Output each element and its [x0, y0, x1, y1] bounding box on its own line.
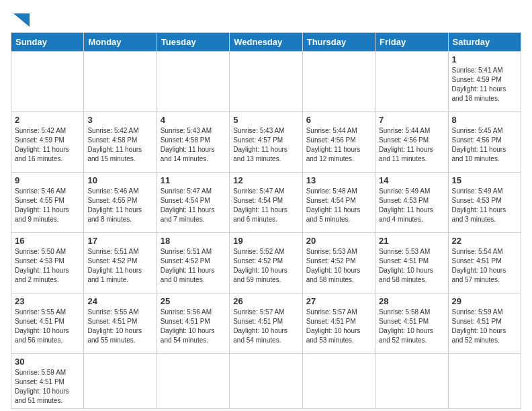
- day-info: Sunrise: 5:43 AMSunset: 4:58 PMDaylight:…: [161, 126, 226, 164]
- day-info: Sunrise: 5:49 AMSunset: 4:53 PMDaylight:…: [452, 187, 517, 224]
- day-of-week-header: Monday: [84, 33, 157, 52]
- calendar-cell: 4Sunrise: 5:43 AMSunset: 4:58 PMDaylight…: [157, 112, 229, 173]
- day-number: 18: [161, 236, 226, 246]
- calendar-cell: 7Sunrise: 5:44 AMSunset: 4:56 PMDaylight…: [375, 112, 448, 173]
- day-info: Sunrise: 5:53 AMSunset: 4:52 PMDaylight:…: [306, 247, 371, 285]
- day-of-week-header: Friday: [375, 33, 448, 52]
- day-info: Sunrise: 5:51 AMSunset: 4:52 PMDaylight:…: [87, 247, 152, 285]
- logo-triangle-icon: [13, 13, 30, 27]
- day-info: Sunrise: 5:46 AMSunset: 4:55 PMDaylight:…: [15, 187, 80, 224]
- day-number: 9: [15, 175, 80, 185]
- calendar-cell: 15Sunrise: 5:49 AMSunset: 4:53 PMDayligh…: [448, 173, 521, 233]
- day-info: Sunrise: 5:47 AMSunset: 4:54 PMDaylight:…: [161, 187, 226, 224]
- day-number: 16: [15, 236, 80, 246]
- day-number: 3: [87, 115, 152, 125]
- calendar-week-row: 1Sunrise: 5:41 AMSunset: 4:59 PMDaylight…: [11, 52, 521, 112]
- day-number: 25: [161, 296, 226, 306]
- calendar-cell: [448, 354, 521, 409]
- calendar-cell: 18Sunrise: 5:51 AMSunset: 4:52 PMDayligh…: [157, 233, 229, 293]
- day-number: 24: [87, 296, 152, 306]
- day-info: Sunrise: 5:57 AMSunset: 4:51 PMDaylight:…: [306, 308, 371, 345]
- day-info: Sunrise: 5:55 AMSunset: 4:51 PMDaylight:…: [87, 308, 152, 345]
- day-number: 10: [87, 175, 152, 185]
- day-info: Sunrise: 5:53 AMSunset: 4:51 PMDaylight:…: [379, 247, 444, 285]
- day-number: 28: [379, 296, 444, 306]
- calendar-cell: 17Sunrise: 5:51 AMSunset: 4:52 PMDayligh…: [84, 233, 157, 293]
- day-number: 26: [233, 296, 298, 306]
- day-number: 17: [87, 236, 152, 246]
- day-number: 23: [15, 296, 80, 306]
- calendar-cell: 14Sunrise: 5:49 AMSunset: 4:53 PMDayligh…: [375, 173, 448, 233]
- calendar-cell: 24Sunrise: 5:55 AMSunset: 4:51 PMDayligh…: [84, 293, 157, 354]
- day-info: Sunrise: 5:54 AMSunset: 4:51 PMDaylight:…: [452, 247, 517, 285]
- day-of-week-header: Sunday: [11, 33, 84, 52]
- day-number: 21: [379, 236, 444, 246]
- day-info: Sunrise: 5:55 AMSunset: 4:51 PMDaylight:…: [15, 308, 80, 345]
- day-number: 5: [233, 115, 298, 125]
- day-info: Sunrise: 5:49 AMSunset: 4:53 PMDaylight:…: [379, 187, 444, 224]
- calendar-cell: [230, 52, 302, 112]
- calendar-cell: [375, 52, 448, 112]
- calendar-week-row: 16Sunrise: 5:50 AMSunset: 4:53 PMDayligh…: [11, 233, 521, 293]
- day-info: Sunrise: 5:47 AMSunset: 4:54 PMDaylight:…: [233, 187, 298, 224]
- day-number: 6: [306, 115, 371, 125]
- calendar-cell: [302, 52, 375, 112]
- calendar-cell: [84, 52, 157, 112]
- day-number: 29: [452, 296, 517, 306]
- day-info: Sunrise: 5:43 AMSunset: 4:57 PMDaylight:…: [233, 126, 298, 164]
- calendar-week-row: 30Sunrise: 5:59 AMSunset: 4:51 PMDayligh…: [11, 354, 521, 409]
- calendar-week-row: 23Sunrise: 5:55 AMSunset: 4:51 PMDayligh…: [11, 293, 521, 354]
- day-of-week-header: Saturday: [448, 33, 521, 52]
- calendar-cell: 23Sunrise: 5:55 AMSunset: 4:51 PMDayligh…: [11, 293, 84, 354]
- day-info: Sunrise: 5:44 AMSunset: 4:56 PMDaylight:…: [306, 126, 371, 164]
- day-number: 30: [15, 357, 80, 367]
- calendar-cell: 30Sunrise: 5:59 AMSunset: 4:51 PMDayligh…: [11, 354, 84, 409]
- day-of-week-header: Thursday: [302, 33, 375, 52]
- day-number: 12: [233, 175, 298, 185]
- calendar-cell: 26Sunrise: 5:57 AMSunset: 4:51 PMDayligh…: [230, 293, 302, 354]
- calendar-cell: [375, 354, 448, 409]
- calendar-cell: [84, 354, 157, 409]
- day-info: Sunrise: 5:41 AMSunset: 4:59 PMDaylight:…: [452, 66, 517, 103]
- calendar-cell: 8Sunrise: 5:45 AMSunset: 4:56 PMDaylight…: [448, 112, 521, 173]
- calendar-cell: 12Sunrise: 5:47 AMSunset: 4:54 PMDayligh…: [230, 173, 302, 233]
- day-info: Sunrise: 5:42 AMSunset: 4:58 PMDaylight:…: [87, 126, 152, 164]
- day-info: Sunrise: 5:59 AMSunset: 4:51 PMDaylight:…: [15, 368, 80, 406]
- calendar-cell: 20Sunrise: 5:53 AMSunset: 4:52 PMDayligh…: [302, 233, 375, 293]
- day-info: Sunrise: 5:57 AMSunset: 4:51 PMDaylight:…: [233, 308, 298, 345]
- day-info: Sunrise: 5:59 AMSunset: 4:51 PMDaylight:…: [452, 308, 517, 345]
- calendar-cell: 3Sunrise: 5:42 AMSunset: 4:58 PMDaylight…: [84, 112, 157, 173]
- day-number: 27: [306, 296, 371, 306]
- calendar-cell: 11Sunrise: 5:47 AMSunset: 4:54 PMDayligh…: [157, 173, 229, 233]
- day-of-week-header: Wednesday: [230, 33, 302, 52]
- day-number: 11: [161, 175, 226, 185]
- calendar-week-row: 2Sunrise: 5:42 AMSunset: 4:59 PMDaylight…: [11, 112, 521, 173]
- day-number: 22: [452, 236, 517, 246]
- day-info: Sunrise: 5:48 AMSunset: 4:54 PMDaylight:…: [306, 187, 371, 224]
- calendar-cell: 27Sunrise: 5:57 AMSunset: 4:51 PMDayligh…: [302, 293, 375, 354]
- calendar-week-row: 9Sunrise: 5:46 AMSunset: 4:55 PMDaylight…: [11, 173, 521, 233]
- day-info: Sunrise: 5:46 AMSunset: 4:55 PMDaylight:…: [87, 187, 152, 224]
- calendar-cell: 25Sunrise: 5:56 AMSunset: 4:51 PMDayligh…: [157, 293, 229, 354]
- svg-marker-0: [13, 13, 30, 27]
- calendar-header-row: SundayMondayTuesdayWednesdayThursdayFrid…: [11, 33, 521, 52]
- day-info: Sunrise: 5:44 AMSunset: 4:56 PMDaylight:…: [379, 126, 444, 164]
- calendar-cell: 2Sunrise: 5:42 AMSunset: 4:59 PMDaylight…: [11, 112, 84, 173]
- calendar-cell: 6Sunrise: 5:44 AMSunset: 4:56 PMDaylight…: [302, 112, 375, 173]
- day-info: Sunrise: 5:56 AMSunset: 4:51 PMDaylight:…: [161, 308, 226, 345]
- logo: [11, 11, 30, 27]
- calendar-cell: 10Sunrise: 5:46 AMSunset: 4:55 PMDayligh…: [84, 173, 157, 233]
- calendar-cell: 29Sunrise: 5:59 AMSunset: 4:51 PMDayligh…: [448, 293, 521, 354]
- header: [11, 11, 521, 27]
- calendar-cell: [230, 354, 302, 409]
- day-info: Sunrise: 5:50 AMSunset: 4:53 PMDaylight:…: [15, 247, 80, 285]
- day-number: 4: [161, 115, 226, 125]
- day-info: Sunrise: 5:42 AMSunset: 4:59 PMDaylight:…: [15, 126, 80, 164]
- calendar-cell: 21Sunrise: 5:53 AMSunset: 4:51 PMDayligh…: [375, 233, 448, 293]
- calendar-cell: 5Sunrise: 5:43 AMSunset: 4:57 PMDaylight…: [230, 112, 302, 173]
- calendar-cell: [302, 354, 375, 409]
- calendar-cell: [157, 354, 229, 409]
- day-number: 2: [15, 115, 80, 125]
- day-number: 8: [452, 115, 517, 125]
- day-info: Sunrise: 5:52 AMSunset: 4:52 PMDaylight:…: [233, 247, 298, 285]
